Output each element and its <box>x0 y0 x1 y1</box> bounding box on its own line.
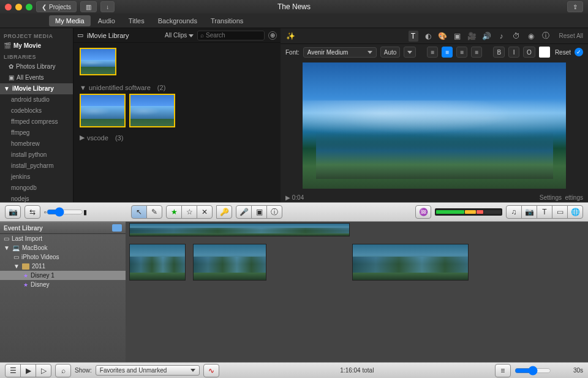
sidebar-event[interactable]: ffmped compress <box>0 116 73 127</box>
filter-icon[interactable]: ◉ <box>526 32 536 40</box>
bold-button[interactable]: B <box>493 47 505 58</box>
text-tool-icon[interactable]: T <box>409 31 418 42</box>
size-dropdown[interactable] <box>404 47 416 58</box>
close-button[interactable] <box>5 4 12 10</box>
sidebar-event[interactable]: jenkins <box>0 172 73 183</box>
calendar-icon[interactable] <box>112 224 122 232</box>
info-icon[interactable]: ⓘ <box>541 31 551 41</box>
filmstrip-clip[interactable] <box>352 244 469 281</box>
sidebar-event[interactable]: ffmpeg <box>0 127 73 138</box>
sidebar-imovie-library[interactable]: ▼iMovie Library <box>0 83 73 94</box>
sidebar-event[interactable]: install python <box>0 149 73 161</box>
search-button[interactable]: ⌕ <box>55 364 71 377</box>
crop-tool-button[interactable]: ▣ <box>251 205 267 219</box>
filmstrip-clip[interactable] <box>129 244 186 281</box>
sidebar-my-movie[interactable]: 🎬My Movie <box>0 40 73 51</box>
back-projects-button[interactable]: ❮ Projects <box>36 1 77 12</box>
maps-browser-button[interactable]: 🌐 <box>567 205 583 219</box>
settings-link[interactable]: Settings <box>540 194 562 201</box>
color-balance-icon[interactable]: ◐ <box>423 32 433 40</box>
event-iphoto[interactable]: ▭iPhoto Videos <box>0 252 126 262</box>
outline-button[interactable]: O <box>523 47 535 58</box>
keyword-button[interactable]: 🔑 <box>216 205 232 219</box>
tab-transitions[interactable]: Transitions <box>205 15 249 26</box>
event-last-import[interactable]: ▭Last Import <box>0 234 126 243</box>
align-left-button[interactable]: ≡ <box>427 47 438 58</box>
preview-viewport[interactable] <box>303 62 566 189</box>
view-mode-button[interactable]: ▥ <box>80 1 97 12</box>
settings-icon[interactable]: ⊕ <box>268 31 277 40</box>
audio-toggle-button[interactable]: ♒ <box>415 205 431 219</box>
size-slider-input[interactable] <box>47 207 83 217</box>
align-center-button[interactable]: ≡ <box>442 47 453 58</box>
reset-button[interactable]: Reset <box>555 49 571 56</box>
apply-check-icon[interactable]: ✓ <box>575 48 583 56</box>
sidebar-event[interactable]: homebrew <box>0 138 73 149</box>
filmstrip-clip[interactable] <box>193 244 266 281</box>
share-button[interactable]: ⇪ <box>567 1 583 12</box>
tab-titles[interactable]: Titles <box>123 15 151 26</box>
crop-icon[interactable]: ▣ <box>453 32 462 40</box>
group-header[interactable]: ▼unidentified software (2) <box>74 80 281 91</box>
stabilize-icon[interactable]: 🎥 <box>467 32 477 40</box>
volume-icon[interactable]: 🔊 <box>482 32 492 40</box>
sidebar-event[interactable]: nodejs <box>0 194 73 202</box>
event-disney1[interactable]: Disney 1 <box>0 271 126 280</box>
clip-thumbnail[interactable] <box>80 48 116 75</box>
unfavorite-button[interactable]: ☆ <box>181 205 197 219</box>
settings-link-2[interactable]: ettings <box>565 194 583 201</box>
align-justify-button[interactable]: ≡ <box>471 47 482 58</box>
filmstrip-icon[interactable]: ▭ <box>77 31 83 39</box>
sidebar-event[interactable]: mongodb <box>0 183 73 194</box>
equalizer-icon[interactable]: ♪ <box>497 32 507 40</box>
title-browser-button[interactable]: T <box>537 205 552 219</box>
pointer-tool[interactable]: ↖ <box>131 205 147 219</box>
camera-import-button[interactable]: 📷 <box>5 205 21 219</box>
auto-size-button[interactable]: Auto <box>380 47 401 58</box>
reset-all-button[interactable]: Reset All <box>559 32 583 39</box>
swap-button[interactable]: ⇆ <box>24 205 40 219</box>
waveform-toggle[interactable]: ∿ <box>203 364 219 377</box>
group-header[interactable]: ▶vscode (3) <box>74 130 281 142</box>
play-fullscreen-button[interactable]: ▶ <box>20 364 36 377</box>
list-view-button[interactable]: ☰ <box>5 364 21 377</box>
zoom-slider[interactable] <box>514 366 570 376</box>
voiceover-button[interactable]: 🎤 <box>236 205 252 219</box>
magic-wand-icon[interactable]: ✨ <box>285 32 295 40</box>
import-button[interactable]: ↓ <box>100 1 115 12</box>
clip-filter-select[interactable]: All Clips <box>165 32 194 39</box>
music-browser-button[interactable]: ♫ <box>506 205 522 219</box>
zoom-slider-input[interactable] <box>514 366 551 376</box>
color-wheel-icon[interactable]: 🎨 <box>438 32 448 40</box>
tab-audio[interactable]: Audio <box>92 15 121 26</box>
minimize-button[interactable] <box>15 4 22 10</box>
speed-icon[interactable]: ⏱ <box>511 32 521 40</box>
event-disney[interactable]: Disney <box>0 280 126 289</box>
photo-browser-button[interactable]: 📷 <box>521 205 537 219</box>
align-right-button[interactable]: ≡ <box>456 47 467 58</box>
search-input[interactable]: ⌕Search <box>197 31 265 40</box>
font-select[interactable]: Avenir Medium <box>303 47 377 58</box>
edit-tool[interactable]: ✎ <box>146 205 162 219</box>
sidebar-event[interactable]: codeblocks <box>0 105 73 116</box>
tab-backgrounds[interactable]: Backgrounds <box>152 15 203 26</box>
sidebar-photos-library[interactable]: ✿Photos Library <box>0 61 73 72</box>
zoom-all-button[interactable]: ≡ <box>495 364 511 377</box>
zoom-button[interactable] <box>26 4 32 10</box>
favorite-button[interactable]: ★ <box>166 205 182 219</box>
event-year[interactable]: ▼2011 <box>0 262 126 271</box>
play-button[interactable]: ▷ <box>36 364 51 377</box>
inspector-button[interactable]: ⓘ <box>266 205 282 219</box>
color-swatch[interactable] <box>539 47 550 58</box>
italic-button[interactable]: I <box>508 47 519 58</box>
filmstrip-clip[interactable] <box>129 223 350 236</box>
clip-thumbnail[interactable] <box>129 94 175 127</box>
thumb-size-slider[interactable]: ▫ ▮ <box>44 207 87 217</box>
sidebar-all-events[interactable]: ▣All Events <box>0 72 73 83</box>
event-macbook[interactable]: ▼💻MacBook <box>0 243 126 252</box>
clip-thumbnail[interactable] <box>80 94 126 127</box>
reject-button[interactable]: ✕ <box>197 205 213 219</box>
tab-my-media[interactable]: My Media <box>49 15 91 26</box>
event-clip-area[interactable] <box>126 222 588 362</box>
sidebar-event[interactable]: android studio <box>0 94 73 105</box>
